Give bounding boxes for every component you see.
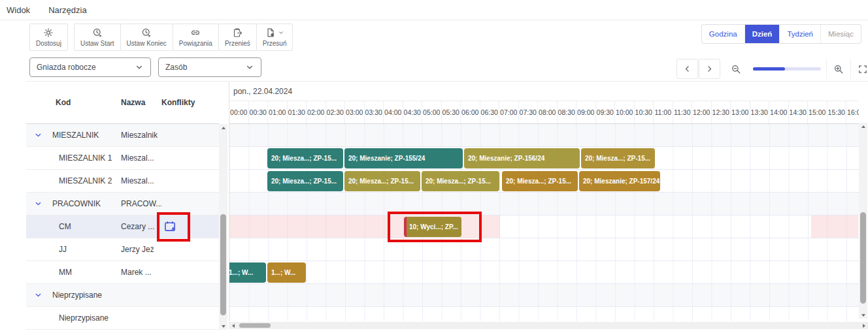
next-button[interactable] xyxy=(699,59,720,79)
time-tick: 03:30 xyxy=(365,101,384,123)
event-bar[interactable]: 1...; W... xyxy=(267,262,306,283)
time-tick: 07:00 xyxy=(499,101,519,123)
row-code: MM xyxy=(59,268,72,277)
grid-vertical-scrollbar[interactable] xyxy=(219,124,227,330)
links-button-label: Powiązania xyxy=(179,40,212,47)
menu-narzedzia[interactable]: Narzędzia xyxy=(48,5,87,15)
resource-filter-label: Zasób xyxy=(165,63,187,72)
row-code: MIESZALNIK 2 xyxy=(59,176,112,185)
event-bar[interactable]: 20; Mieszanie; ZP-156/24 xyxy=(464,148,580,168)
set-start-button[interactable]: Ustaw Start xyxy=(74,24,121,51)
group-row-mieszalnik[interactable]: MIESZALNIKMieszalnik xyxy=(26,124,219,147)
timeline-row-nieprzypisane[interactable] xyxy=(229,307,859,321)
event-bar[interactable]: 20; Miesza...; ZP-15... xyxy=(267,171,343,191)
timeline-row-cm[interactable]: 10; Wyci...; ZP... xyxy=(229,215,859,238)
shift-button-label: Przesuń xyxy=(263,40,287,47)
view-week-button[interactable]: Tydzień xyxy=(779,25,820,43)
timeline-horizontal-scrollbar[interactable] xyxy=(229,322,868,329)
scroll-down-icon[interactable] xyxy=(219,323,227,330)
conflict-time-range xyxy=(811,215,858,238)
time-tick: 14:00 xyxy=(769,101,789,123)
scroll-left-icon[interactable] xyxy=(229,322,237,329)
event-bar[interactable]: 20; Miesza...; ZP-15... xyxy=(422,171,499,191)
table-row-jj[interactable]: JJJerzy Jeż xyxy=(26,238,219,261)
view-day-button[interactable]: Dzień xyxy=(744,25,780,43)
chevron-down-icon[interactable] xyxy=(34,200,42,208)
chevron-down-icon[interactable] xyxy=(34,131,42,140)
view-month-button[interactable]: Miesiąc xyxy=(820,25,861,43)
event-bar[interactable]: 20; Miesza...; ZP-15... xyxy=(502,171,578,191)
time-tick: 08:30 xyxy=(558,101,577,123)
event-bar[interactable]: 20; Mieszanie; ZP-157/24 xyxy=(579,171,660,191)
time-tick: 10:30 xyxy=(635,101,654,123)
time-tick: 02:00 xyxy=(307,101,326,123)
zoom-slider-track[interactable] xyxy=(753,67,821,71)
fullscreen-button[interactable] xyxy=(850,59,868,79)
time-tick: 11:30 xyxy=(673,101,693,123)
scrollbar-thumb[interactable] xyxy=(220,214,226,315)
column-header-konflikty: Konflikty xyxy=(161,98,195,107)
time-tick: 14:30 xyxy=(789,101,809,123)
table-row-nieprzypisane[interactable]: Nieprzypisane xyxy=(26,307,219,330)
chevron-down-icon xyxy=(245,63,254,72)
time-tick: 04:00 xyxy=(384,101,403,123)
row-name: Mieszal... xyxy=(121,153,154,163)
scrollbar-thumb[interactable] xyxy=(860,212,866,304)
timeline-row-jj[interactable] xyxy=(229,238,859,261)
timeline-row-mm[interactable]: 1...; W...1...; W... xyxy=(229,261,859,284)
clock-end-icon xyxy=(141,27,152,38)
timeline-body: 20; Miesza...; ZP-15...20; Mieszanie; ZP… xyxy=(229,124,859,321)
group-row-nieprzypisane[interactable]: Nieprzypisane xyxy=(26,284,219,307)
time-tick: 01:00 xyxy=(268,101,288,123)
event-bar[interactable]: 1...; W... xyxy=(229,262,266,283)
row-code: CM xyxy=(59,222,71,231)
links-button[interactable]: Powiązania xyxy=(173,24,219,51)
timeline-row-mieszalnik-1[interactable]: 20; Miesza...; ZP-15...20; Mieszanie; ZP… xyxy=(229,147,859,170)
scroll-up-icon[interactable] xyxy=(859,123,867,130)
timeline-row-nieprzypisane[interactable] xyxy=(229,284,859,307)
event-bar[interactable]: 20; Mieszanie; ZP-155/24 xyxy=(344,148,463,168)
timeline-row-mieszalnik[interactable] xyxy=(229,124,859,147)
zoom-out-button[interactable] xyxy=(724,59,748,79)
group-row-pracownik[interactable]: PRACOWNIKPRACOW... xyxy=(26,193,219,215)
grid-body: MIESZALNIKMieszalnikMIESZALNIK 1Mieszal.… xyxy=(26,124,219,330)
time-tick: 09:30 xyxy=(596,101,616,123)
workcenter-filter-select[interactable]: Gniazda robocze xyxy=(29,57,151,77)
resource-filter-select[interactable]: Zasób xyxy=(158,57,261,77)
time-tick: 12:00 xyxy=(692,101,712,123)
event-bar[interactable]: 20; Miesza...; ZP-15... xyxy=(581,148,655,168)
shift-button[interactable]: Przesuń xyxy=(256,24,293,51)
scroll-up-icon[interactable] xyxy=(219,124,227,131)
set-end-button-label: Ustaw Koniec xyxy=(127,40,167,47)
zoom-controls xyxy=(724,59,868,79)
prev-button[interactable] xyxy=(676,59,698,79)
timeline-row-mieszalnik-2[interactable]: 20; Miesza...; ZP-15...20; Miesza...; ZP… xyxy=(229,170,859,193)
calendar-conflict-icon[interactable] xyxy=(163,220,176,233)
date-label: pon., 22.04.2024 xyxy=(233,87,292,96)
scrollbar-thumb[interactable] xyxy=(239,323,271,328)
time-tick: 06:00 xyxy=(461,101,480,123)
scroll-right-icon[interactable] xyxy=(860,322,868,329)
zoom-slider[interactable] xyxy=(748,59,826,79)
timeline-vertical-scrollbar[interactable] xyxy=(859,123,867,319)
customize-button[interactable]: Dostosuj xyxy=(29,24,68,51)
timeline-row-pracownik[interactable] xyxy=(229,193,859,215)
table-row-mm[interactable]: MMMarek ... xyxy=(26,261,219,284)
table-row-mieszalnik-1[interactable]: MIESZALNIK 1Mieszal... xyxy=(26,147,219,170)
zoom-in-button[interactable] xyxy=(826,59,850,79)
view-hour-button[interactable]: Godzina xyxy=(702,25,744,43)
toolbar: DostosujUstaw StartUstaw KoniecPowiązani… xyxy=(29,24,293,51)
time-tick: 03:00 xyxy=(345,101,365,123)
scroll-down-icon[interactable] xyxy=(859,311,867,319)
event-bar[interactable]: 20; Miesza...; ZP-15... xyxy=(344,171,420,191)
move-button[interactable]: Przenieś xyxy=(218,24,257,51)
menu-widok[interactable]: Widok xyxy=(7,5,30,15)
table-row-mieszalnik-2[interactable]: MIESZALNIK 2Mieszal... xyxy=(26,170,219,193)
event-bar[interactable]: 20; Miesza...; ZP-15... xyxy=(267,148,343,168)
set-end-button[interactable]: Ustaw Koniec xyxy=(120,24,173,51)
table-row-cm[interactable]: CMCezary ... xyxy=(26,215,219,238)
time-tick: 00:30 xyxy=(249,101,269,123)
chevron-down-icon[interactable] xyxy=(34,291,42,300)
event-bar[interactable]: 10; Wyci...; ZP... xyxy=(404,217,461,237)
row-name: Marek ... xyxy=(121,268,152,277)
